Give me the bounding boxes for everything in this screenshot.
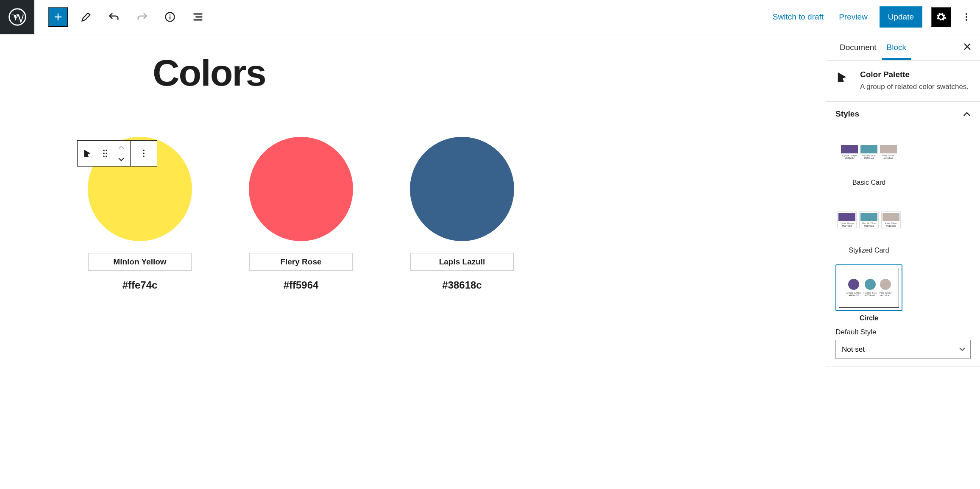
style-basic-card[interactable]: Cyber Grape#604c8d Pacific Blue#559cad P… (835, 129, 902, 186)
undo-icon (108, 11, 120, 23)
svg-point-7 (103, 150, 105, 151)
top-toolbar: Switch to draft Preview Update (0, 0, 980, 34)
switch-to-draft-button[interactable]: Switch to draft (769, 9, 827, 25)
more-vertical-icon (965, 12, 968, 22)
svg-point-13 (143, 150, 145, 151)
move-down-button[interactable] (113, 153, 130, 165)
undo-button[interactable] (104, 7, 124, 27)
style-circle[interactable]: Cyber Grape#604c8d Pacific Blue#559cad P… (835, 264, 902, 322)
wordpress-icon (8, 8, 26, 26)
block-title: Color Palette (860, 70, 969, 79)
wordpress-logo[interactable] (0, 0, 34, 34)
more-options-button[interactable] (960, 7, 973, 27)
more-vertical-icon (142, 149, 145, 158)
page-title[interactable]: Colors (153, 51, 800, 94)
list-icon (192, 11, 204, 23)
redo-button[interactable] (132, 7, 152, 27)
block-info: Color Palette A group of related color s… (826, 61, 980, 102)
outline-button[interactable] (188, 7, 208, 27)
drag-icon (102, 149, 108, 158)
move-up-button[interactable] (113, 142, 130, 153)
close-icon (963, 42, 972, 51)
styles-grid: Cyber Grape#604c8d Pacific Blue#559cad P… (835, 129, 971, 322)
redo-icon (136, 11, 148, 23)
svg-point-14 (143, 153, 145, 154)
block-description: A group of related color swatches. (860, 82, 969, 92)
svg-rect-3 (170, 17, 170, 19)
tab-document[interactable]: Document (835, 35, 882, 60)
block-type-button[interactable] (78, 141, 98, 166)
toolbar-left (34, 7, 208, 27)
preview-button[interactable]: Preview (835, 9, 871, 25)
add-block-button[interactable] (48, 7, 68, 27)
svg-point-8 (106, 150, 107, 151)
svg-point-9 (103, 153, 105, 154)
chevron-up-icon (118, 145, 125, 150)
styles-panel: Styles Cyber Grape#604c8d Pacific Blue#5… (826, 102, 980, 367)
swatch-hex: #ffe74c (122, 279, 158, 291)
update-button[interactable]: Update (880, 6, 922, 28)
swatches-container: Minion Yellow #ffe74c Fiery Rose #ff5964… (76, 137, 800, 291)
style-label: Basic Card (835, 179, 902, 186)
svg-point-11 (103, 156, 105, 157)
settings-button[interactable] (931, 7, 951, 27)
chevron-up-icon (963, 111, 971, 117)
style-stylized-card[interactable]: Cyber Grape#604c8d Pacific Blue#559cad P… (835, 197, 902, 254)
info-button[interactable] (160, 7, 180, 27)
svg-point-12 (106, 156, 107, 157)
gear-icon (935, 11, 947, 22)
drag-handle[interactable] (98, 141, 112, 166)
svg-point-5 (966, 16, 967, 18)
palette-icon (82, 148, 93, 159)
swatch-name: Lapis Lazuli (410, 253, 514, 271)
editor-canvas[interactable]: Colors (0, 34, 826, 489)
edit-mode-button[interactable] (76, 7, 96, 27)
chevron-down-icon (118, 157, 125, 161)
swatch-item[interactable]: Fiery Rose #ff5964 (237, 137, 365, 291)
styles-heading: Styles (835, 109, 859, 119)
default-style-label: Default Style (835, 328, 971, 336)
swatch-name: Minion Yellow (88, 253, 192, 271)
svg-point-10 (106, 153, 107, 154)
swatch-circle (249, 137, 353, 241)
toolbar-right: Switch to draft Preview Update (769, 6, 980, 28)
svg-point-4 (966, 13, 967, 15)
block-toolbar (77, 140, 157, 167)
close-sidebar-button[interactable] (963, 41, 972, 54)
tab-block[interactable]: Block (882, 35, 911, 60)
styles-panel-toggle[interactable]: Styles (835, 109, 971, 119)
info-icon (164, 11, 176, 23)
svg-point-6 (966, 19, 967, 21)
svg-point-2 (170, 14, 171, 16)
sidebar-tabs: Document Block (826, 34, 980, 61)
style-label: Circle (835, 314, 902, 322)
swatch-circle (410, 137, 514, 241)
block-more-button[interactable] (131, 141, 157, 166)
default-style-select[interactable]: Not set (835, 340, 971, 359)
svg-point-15 (143, 156, 145, 157)
palette-icon (835, 70, 852, 87)
pencil-icon (80, 11, 92, 23)
settings-sidebar: Document Block Color Palette A group of … (826, 34, 980, 489)
plus-icon (52, 11, 64, 23)
style-label: Stylized Card (835, 247, 902, 254)
swatch-hex: #ff5964 (284, 279, 319, 291)
swatch-hex: #38618c (442, 279, 482, 291)
swatch-item[interactable]: Lapis Lazuli #38618c (398, 137, 526, 291)
swatch-name: Fiery Rose (249, 253, 353, 271)
